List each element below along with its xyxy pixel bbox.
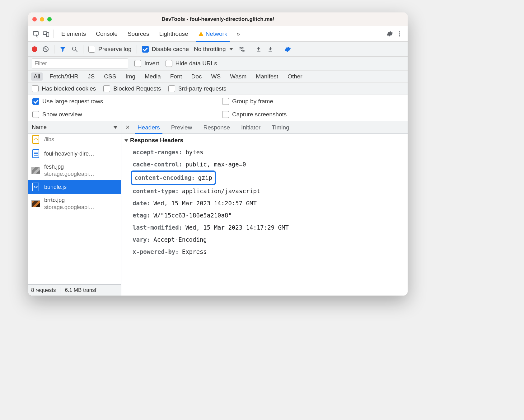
- type-img[interactable]: Img: [123, 72, 138, 81]
- separator: [382, 30, 382, 38]
- group-by-frame-checkbox[interactable]: Group by frame: [222, 98, 273, 105]
- settings-gear-icon[interactable]: [385, 29, 395, 39]
- js-file-icon: <>: [32, 183, 39, 191]
- svg-point-7: [399, 35, 400, 36]
- tab-lighthouse[interactable]: Lighthouse: [154, 26, 193, 41]
- svg-rect-15: [269, 51, 273, 51]
- device-toolbar-icon[interactable]: [41, 29, 51, 39]
- type-fetch-xhr[interactable]: Fetch/XHR: [47, 72, 81, 81]
- type-font[interactable]: Font: [168, 72, 185, 81]
- devtools-window: DevTools - foul-heavenly-direction.glitc…: [28, 12, 408, 296]
- request-list-sidebar: Name <> /libs foul-heavenly-dire… fesh.j…: [28, 121, 121, 296]
- dtab-timing[interactable]: Timing: [266, 122, 295, 133]
- request-row[interactable]: <> bundle.js: [28, 180, 121, 194]
- dtab-preview[interactable]: Preview: [166, 122, 198, 133]
- detail-panel: ✕ Headers Preview Response Initiator Tim…: [121, 121, 408, 296]
- more-options-icon[interactable]: [395, 29, 405, 39]
- upload-icon[interactable]: [255, 46, 262, 53]
- clear-icon[interactable]: [42, 46, 49, 53]
- filter-icon[interactable]: [59, 46, 66, 53]
- panel-tabbar: Elements Console Sources Lighthouse Netw…: [28, 26, 408, 42]
- window-title: DevTools - foul-heavenly-direction.glitc…: [161, 16, 274, 22]
- close-window-button[interactable]: [32, 17, 37, 21]
- blocked-cookies-checkbox[interactable]: Has blocked cookies: [32, 85, 96, 92]
- request-row[interactable]: foul-heavenly-dire…: [28, 147, 121, 161]
- close-detail-icon[interactable]: ✕: [123, 121, 132, 133]
- header-row: x-powered-by:Express: [131, 246, 406, 258]
- record-button[interactable]: [32, 46, 37, 52]
- network-conditions-icon[interactable]: [238, 46, 245, 53]
- type-media[interactable]: Media: [142, 72, 163, 81]
- type-all[interactable]: All: [31, 72, 43, 81]
- request-row[interactable]: brrto.jpgstorage.googleapi…: [28, 194, 121, 213]
- main-panel: Name <> /libs foul-heavenly-dire… fesh.j…: [28, 121, 408, 296]
- svg-line-9: [44, 47, 48, 51]
- fullscreen-window-button[interactable]: [47, 17, 52, 21]
- blocked-requests-checkbox[interactable]: Blocked Requests: [103, 85, 161, 92]
- throttling-dropdown[interactable]: No throttling: [194, 46, 233, 53]
- network-settings-gear-icon[interactable]: [284, 46, 291, 53]
- header-row-highlighted: content-encoding:gzip: [131, 170, 216, 185]
- tab-elements[interactable]: Elements: [56, 26, 91, 41]
- download-icon[interactable]: [267, 46, 274, 53]
- hide-data-urls-checkbox[interactable]: Hide data URLs: [166, 60, 217, 67]
- detail-tabs: ✕ Headers Preview Response Initiator Tim…: [121, 121, 408, 134]
- header-row: date:Wed, 15 Mar 2023 14:20:57 GMT: [131, 197, 406, 209]
- disable-cache-checkbox[interactable]: Disable cache: [142, 46, 189, 53]
- third-party-checkbox[interactable]: 3rd-party requests: [168, 85, 226, 92]
- invert-checkbox[interactable]: Invert: [134, 60, 159, 67]
- header-row: content-type:application/javascript: [131, 185, 406, 197]
- svg-rect-4: [201, 35, 201, 35]
- separator: [137, 45, 137, 54]
- type-doc[interactable]: Doc: [189, 72, 204, 81]
- dtab-initiator[interactable]: Initiator: [236, 122, 266, 133]
- separator: [250, 45, 250, 54]
- type-other[interactable]: Other: [285, 72, 305, 81]
- dtab-response[interactable]: Response: [198, 122, 236, 133]
- titlebar: DevTools - foul-heavenly-direction.glitc…: [28, 12, 408, 26]
- type-css[interactable]: CSS: [101, 72, 119, 81]
- inspect-element-icon[interactable]: [31, 29, 41, 39]
- separator: [54, 45, 54, 54]
- image-file-icon: [31, 200, 40, 207]
- response-headers-disclosure[interactable]: Response Headers: [121, 136, 408, 145]
- filter-input[interactable]: Filter: [32, 58, 128, 68]
- response-headers-list: accept-ranges:bytes cache-control:public…: [121, 145, 408, 259]
- header-row: etag:W/"15cc63-186e5a210a8": [131, 209, 406, 222]
- request-row[interactable]: fesh.jpgstorage.googleapi…: [28, 161, 121, 180]
- js-file-icon: <>: [32, 135, 39, 144]
- show-overview-checkbox[interactable]: Show overview: [32, 111, 82, 118]
- warning-icon: [198, 31, 204, 37]
- type-filter-row: All Fetch/XHR JS CSS Img Media Font Doc …: [28, 71, 408, 83]
- more-tabs-icon[interactable]: »: [232, 30, 244, 37]
- type-wasm[interactable]: Wasm: [227, 72, 249, 81]
- sort-indicator-icon: [114, 126, 117, 129]
- svg-rect-3: [201, 33, 201, 35]
- header-row: accept-ranges:bytes: [131, 146, 406, 158]
- request-row[interactable]: <> /libs: [28, 134, 121, 147]
- header-row: vary:Accept-Encoding: [131, 234, 406, 246]
- tab-network[interactable]: Network: [193, 26, 232, 41]
- type-ws[interactable]: WS: [209, 72, 223, 81]
- tab-console[interactable]: Console: [91, 26, 123, 41]
- svg-point-12: [241, 50, 242, 51]
- dtab-headers[interactable]: Headers: [132, 122, 166, 133]
- network-toolbar: Preserve log Disable cache No throttling: [28, 42, 408, 57]
- image-file-icon: [31, 167, 40, 174]
- type-manifest[interactable]: Manifest: [253, 72, 281, 81]
- chevron-down-icon: [229, 48, 233, 50]
- name-column-header[interactable]: Name: [28, 121, 121, 134]
- separator: [83, 45, 83, 54]
- minimize-window-button[interactable]: [40, 17, 44, 21]
- transfer-size: 6.1 MB transf: [65, 287, 96, 293]
- preserve-log-checkbox[interactable]: Preserve log: [88, 46, 132, 53]
- large-rows-checkbox[interactable]: Use large request rows: [32, 98, 103, 105]
- separator: [279, 45, 279, 54]
- document-file-icon: [32, 149, 39, 158]
- search-icon[interactable]: [71, 46, 78, 53]
- request-count: 8 requests: [31, 287, 56, 293]
- type-js[interactable]: JS: [85, 72, 97, 81]
- chevron-down-icon: [124, 139, 128, 142]
- capture-screenshots-checkbox[interactable]: Capture screenshots: [222, 111, 287, 118]
- tab-sources[interactable]: Sources: [123, 26, 154, 41]
